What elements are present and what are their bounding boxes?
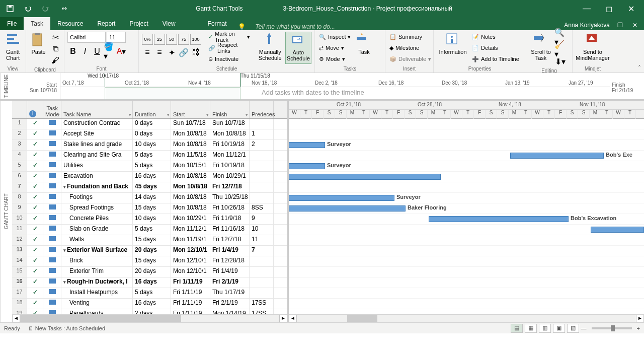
duration-cell[interactable]: 15 days	[133, 203, 171, 214]
predecessors-cell[interactable]: 17SS	[250, 299, 274, 309]
row-number[interactable]: 18	[12, 299, 27, 309]
task-mode-cell[interactable]	[43, 267, 61, 277]
finish-cell[interactable]: Fri 1/4/19	[210, 267, 250, 277]
header-duration[interactable]: Duration▾	[133, 101, 171, 118]
predecessors-cell[interactable]: 7	[250, 246, 274, 256]
row-number[interactable]: 6	[12, 172, 27, 182]
finish-cell[interactable]: Fri 10/19/18	[210, 161, 250, 171]
task-name-cell[interactable]: Brick	[61, 256, 133, 266]
row-number[interactable]: 16	[12, 277, 27, 288]
row-number[interactable]: 3	[12, 140, 27, 150]
task-mode-cell[interactable]	[43, 172, 61, 182]
redo-icon[interactable]	[41, 4, 51, 14]
duration-cell[interactable]: 16 days	[133, 172, 171, 182]
font-size-input[interactable]	[107, 32, 126, 43]
table-row[interactable]: 14✓Brick15 daysMon 12/10/1Fri 12/28/18	[12, 256, 287, 267]
font-color-icon[interactable]: A▾	[116, 46, 127, 57]
table-row[interactable]: 8✓Footings14 daysMon 10/8/18Thu 10/25/18	[12, 193, 287, 203]
auto-schedule-button[interactable]: Auto Schedule	[285, 32, 311, 64]
gantt-bar[interactable]	[289, 163, 325, 169]
predecessors-cell[interactable]	[250, 161, 274, 171]
header-finish[interactable]: Finish▾	[210, 101, 250, 118]
start-cell[interactable]: Mon 10/8/18	[171, 203, 210, 214]
gantt-bar[interactable]	[289, 195, 394, 201]
duration-cell[interactable]: 20 days	[133, 246, 171, 256]
row-number[interactable]: 4	[12, 151, 27, 161]
predecessors-cell[interactable]: 10	[250, 225, 274, 235]
predecessors-cell[interactable]	[250, 151, 274, 161]
finish-cell[interactable]: Fri 10/19/18	[210, 140, 250, 150]
row-number[interactable]: 9	[12, 203, 27, 214]
task-mode-cell[interactable]	[43, 151, 61, 161]
duration-cell[interactable]: 0 days	[133, 119, 171, 129]
tab-format[interactable]: Format	[201, 17, 234, 30]
mark-on-track-button[interactable]: ✓Mark on Track ▾	[207, 32, 251, 42]
restore-window-icon[interactable]: ❐	[615, 20, 625, 30]
predecessors-cell[interactable]	[250, 119, 274, 129]
finish-cell[interactable]: Fri 12/7/18	[210, 182, 250, 192]
split-icon[interactable]: ✦	[166, 47, 177, 58]
chart-hscroll[interactable]: ◄ ►	[289, 314, 644, 322]
row-number[interactable]: 14	[12, 256, 27, 266]
deliverable-button[interactable]: 📦Deliverable ▾	[388, 54, 432, 64]
task-mode-cell[interactable]	[43, 225, 61, 235]
table-row[interactable]: 2✓Accept Site0 daysMon 10/8/18Mon 10/8/1…	[12, 129, 287, 140]
predecessors-cell[interactable]	[250, 277, 274, 288]
gantt-bar[interactable]	[289, 142, 325, 148]
format-painter-icon[interactable]: 🖌	[50, 55, 61, 66]
task-mode-cell[interactable]	[43, 203, 61, 214]
row-number[interactable]: 2	[12, 129, 27, 139]
row-number[interactable]: 13	[12, 246, 27, 256]
start-cell[interactable]: Fri 1/11/19	[171, 299, 210, 309]
task-mode-cell[interactable]	[43, 235, 61, 245]
finish-cell[interactable]: Mon 11/12/1	[210, 151, 250, 161]
pct25-icon[interactable]: 25	[154, 34, 165, 45]
task-name-cell[interactable]: Footings	[61, 193, 133, 203]
task-name-cell[interactable]: Panelboards	[61, 309, 133, 314]
close-icon[interactable]: ✕	[620, 0, 642, 17]
duration-cell[interactable]: 10 days	[133, 214, 171, 224]
finish-cell[interactable]: Mon 10/8/18	[210, 129, 250, 139]
scroll-right-icon[interactable]: ►	[279, 315, 287, 322]
finish-cell[interactable]: Fri 10/26/18	[210, 203, 250, 214]
table-row[interactable]: 17✓Install Heatpumps5 daysFri 1/11/19Thu…	[12, 288, 287, 299]
task-name-cell[interactable]: Excavation	[61, 172, 133, 182]
fill-icon[interactable]: ⬇▾	[554, 56, 566, 67]
duration-cell[interactable]: 5 days	[133, 225, 171, 235]
information-button[interactable]: Information	[437, 32, 469, 64]
header-rownum[interactable]	[12, 101, 27, 118]
link-icon[interactable]	[59, 4, 69, 14]
task-name-cell[interactable]: ▾Foundation and Back	[61, 182, 133, 192]
inspect-button[interactable]: 🔍Inspect ▾	[318, 32, 352, 42]
predecessors-cell[interactable]: 2	[250, 140, 274, 150]
gantt-bar[interactable]	[591, 227, 644, 233]
gantt-bar[interactable]	[429, 216, 569, 222]
table-row[interactable]: 12✓Walls15 daysMon 11/19/1Fri 12/7/1811	[12, 235, 287, 246]
finish-cell[interactable]: Fri 11/9/18	[210, 214, 250, 224]
task-mode-cell[interactable]	[43, 288, 61, 298]
start-cell[interactable]: Fri 1/11/19	[171, 277, 210, 288]
copy-icon[interactable]: ⧉	[50, 43, 61, 54]
header-indicator[interactable]: i	[27, 101, 43, 118]
task-name-cell[interactable]: Slab on Grade	[61, 225, 133, 235]
task-mode-cell[interactable]	[43, 299, 61, 309]
outdent-icon[interactable]: ≡	[142, 47, 153, 58]
start-cell[interactable]: Mon 10/29/1	[171, 214, 210, 224]
table-row[interactable]: 16✓▾Rough-in Ductwork, I16 daysFri 1/11/…	[12, 277, 287, 288]
table-row[interactable]: 4✓Clearing and Site Gra5 daysMon 11/5/18…	[12, 151, 287, 161]
scroll-right-icon[interactable]: ►	[636, 315, 644, 322]
row-number[interactable]: 5	[12, 161, 27, 171]
start-cell[interactable]: Mon 10/8/18	[171, 182, 210, 192]
pct50-icon[interactable]: 50	[166, 34, 177, 45]
timeline-bar[interactable]: Add tasks with dates to the timeline	[60, 87, 610, 100]
task-mode-cell[interactable]	[43, 277, 61, 288]
row-number[interactable]: 11	[12, 225, 27, 235]
task-name-cell[interactable]: ▾Rough-in Ductwork, I	[61, 277, 133, 288]
maximize-icon[interactable]: ◻	[598, 0, 620, 17]
start-cell[interactable]: Mon 10/15/1	[171, 161, 210, 171]
send-to-mindmanager-button[interactable]: Send to MindManager	[576, 32, 610, 64]
view-usage-icon[interactable]: ▦	[525, 324, 537, 333]
predecessors-cell[interactable]	[250, 182, 274, 192]
view-board-icon[interactable]: ▥	[539, 324, 551, 333]
scroll-left-icon[interactable]: ◄	[289, 315, 297, 322]
